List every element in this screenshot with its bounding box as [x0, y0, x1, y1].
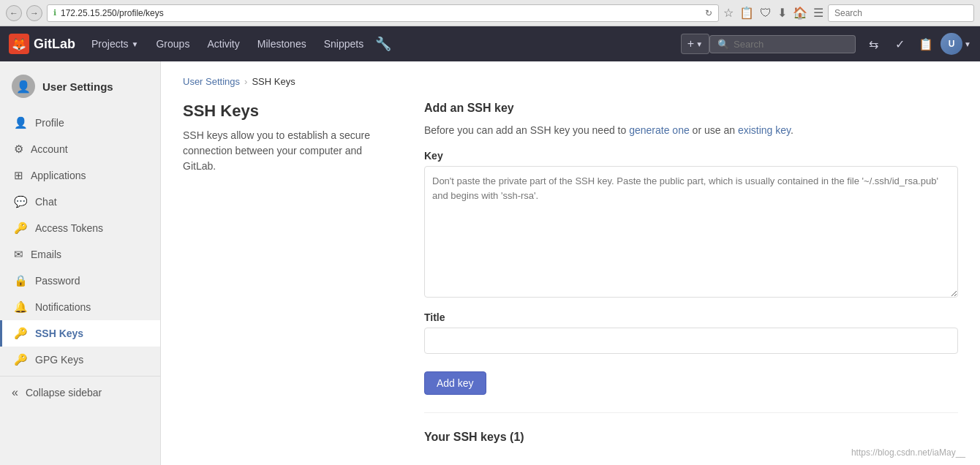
- content-area: User Settings › SSH Keys SSH Keys SSH ke…: [161, 61, 980, 465]
- gpg-keys-icon: 🔑: [14, 353, 28, 366]
- browser-icons: ☆ 📋 🛡 ⬇ 🏠 ☰: [723, 6, 823, 20]
- search-icon: 🔍: [717, 39, 729, 50]
- menu-icon[interactable]: ☰: [813, 6, 823, 20]
- access-tokens-icon: 🔑: [14, 222, 28, 235]
- nav-search-bar[interactable]: 🔍: [709, 35, 856, 53]
- collapse-label: Collapse sidebar: [26, 387, 102, 398]
- user-avatar[interactable]: U: [941, 33, 962, 55]
- main-container: 👤 User Settings 👤 Profile ⚙ Account ⊞ Ap…: [0, 61, 980, 465]
- title-input[interactable]: [424, 328, 958, 354]
- sidebar-item-ssh-keys[interactable]: 🔑 SSH Keys: [0, 320, 160, 347]
- breadcrumb-current: SSH Keys: [252, 76, 295, 87]
- page-description: SSH keys allow you to establish a secure…: [183, 128, 395, 174]
- chevron-down-icon: ▼: [696, 40, 703, 48]
- sidebar-item-password[interactable]: 🔒 Password: [0, 268, 160, 294]
- sidebar-item-gpg-keys[interactable]: 🔑 GPG Keys: [0, 347, 160, 373]
- password-icon: 🔒: [14, 274, 28, 287]
- url-text: 172.25.15.250/profile/keys: [61, 8, 164, 18]
- sidebar-gpg-keys-label: GPG Keys: [35, 354, 83, 366]
- sidebar-item-emails[interactable]: ✉ Emails: [0, 241, 160, 268]
- ssh-keys-icon: 🔑: [14, 327, 28, 340]
- section-divider: [424, 412, 958, 413]
- account-icon: ⚙: [14, 143, 23, 156]
- sidebar-header: 👤 User Settings: [0, 69, 160, 110]
- gitlab-logo-text: GitLab: [34, 37, 75, 52]
- issues-icon[interactable]: ✓: [888, 32, 911, 56]
- nav-plus-button[interactable]: + ▼: [681, 34, 709, 54]
- collapse-icon: «: [12, 386, 18, 399]
- applications-icon: ⊞: [14, 169, 23, 182]
- nav-activity[interactable]: Activity: [198, 26, 248, 61]
- sidebar-emails-label: Emails: [31, 249, 61, 260]
- bookmark-icon[interactable]: 📋: [739, 6, 754, 20]
- key-textarea[interactable]: [424, 166, 958, 298]
- todo-icon[interactable]: 📋: [914, 32, 938, 56]
- notifications-icon: 🔔: [14, 300, 28, 314]
- form-intro-text: Before you can add an SSH key you need t…: [424, 122, 958, 138]
- key-label: Key: [424, 150, 958, 162]
- breadcrumb-separator: ›: [244, 76, 247, 87]
- title-form-group: Title: [424, 311, 958, 354]
- nav-milestones[interactable]: Milestones: [249, 26, 315, 61]
- gitlab-logo[interactable]: 🦊 GitLab: [9, 34, 75, 54]
- sidebar-title: User Settings: [42, 80, 113, 93]
- your-keys-title: Your SSH keys (1): [424, 431, 958, 444]
- nav-icons: ⇆ ✓ 📋: [862, 32, 938, 56]
- add-key-button[interactable]: Add key: [424, 371, 486, 395]
- sidebar-item-applications[interactable]: ⊞ Applications: [0, 162, 160, 189]
- page-title: SSH Keys: [183, 102, 395, 121]
- watermark: https://blog.csdn.net/iaMay__: [851, 447, 965, 458]
- sidebar-applications-label: Applications: [31, 170, 86, 181]
- sidebar-profile-label: Profile: [35, 117, 64, 129]
- gitlab-fox-icon: 🦊: [9, 34, 29, 54]
- avatar-dropdown-arrow[interactable]: ▼: [964, 40, 971, 48]
- browser-search-input[interactable]: [828, 4, 974, 22]
- right-column: Add an SSH key Before you can add an SSH…: [424, 102, 958, 444]
- chat-icon: 💬: [14, 195, 28, 208]
- breadcrumb-parent[interactable]: User Settings: [183, 76, 240, 87]
- sidebar-item-access-tokens[interactable]: 🔑 Access Tokens: [0, 215, 160, 241]
- sidebar-ssh-keys-label: SSH Keys: [35, 328, 83, 339]
- sidebar-chat-label: Chat: [35, 196, 57, 208]
- existing-key-link[interactable]: existing key: [738, 124, 791, 136]
- reload-icon[interactable]: ↻: [705, 8, 712, 18]
- emails-icon: ✉: [14, 248, 23, 261]
- key-form-group: Key: [424, 150, 958, 300]
- chevron-down-icon: ▼: [132, 40, 139, 48]
- profile-icon: 👤: [14, 116, 28, 129]
- generate-one-link[interactable]: generate one: [629, 124, 690, 136]
- shield-icon[interactable]: 🛡: [760, 7, 772, 20]
- url-bar[interactable]: ℹ 172.25.15.250/profile/keys ↻: [47, 4, 719, 22]
- nav-search-input[interactable]: [734, 39, 848, 50]
- collapse-sidebar-button[interactable]: « Collapse sidebar: [0, 379, 160, 406]
- wrench-icon[interactable]: 🔧: [375, 36, 391, 52]
- nav-projects[interactable]: Projects ▼: [83, 26, 147, 61]
- sidebar-item-profile[interactable]: 👤 Profile: [0, 110, 160, 136]
- sidebar-user-icon: 👤: [12, 75, 35, 98]
- sidebar-item-account[interactable]: ⚙ Account: [0, 136, 160, 162]
- gitlab-navbar: 🦊 GitLab Projects ▼ Groups Activity Mile…: [0, 26, 980, 61]
- home-icon[interactable]: 🏠: [793, 6, 807, 20]
- sidebar-account-label: Account: [31, 143, 68, 155]
- sidebar: 👤 User Settings 👤 Profile ⚙ Account ⊞ Ap…: [0, 61, 161, 465]
- sidebar-access-tokens-label: Access Tokens: [35, 222, 103, 234]
- sidebar-divider: [0, 376, 160, 377]
- title-label: Title: [424, 311, 958, 323]
- breadcrumb: User Settings › SSH Keys: [183, 76, 958, 87]
- back-button[interactable]: ←: [6, 5, 22, 21]
- sidebar-item-chat[interactable]: 💬 Chat: [0, 189, 160, 215]
- nav-snippets[interactable]: Snippets: [315, 26, 372, 61]
- forward-button[interactable]: →: [26, 5, 42, 21]
- star-icon[interactable]: ☆: [723, 6, 734, 20]
- download-icon[interactable]: ⬇: [777, 6, 787, 20]
- form-section-title: Add an SSH key: [424, 102, 958, 115]
- merge-request-icon[interactable]: ⇆: [862, 32, 885, 56]
- browser-bar: ← → ℹ 172.25.15.250/profile/keys ↻ ☆ 📋 🛡…: [0, 0, 980, 26]
- sidebar-item-notifications[interactable]: 🔔 Notifications: [0, 294, 160, 320]
- nav-groups[interactable]: Groups: [147, 26, 198, 61]
- lock-icon: ℹ: [53, 8, 56, 18]
- sidebar-notifications-label: Notifications: [35, 301, 91, 313]
- sidebar-password-label: Password: [35, 275, 80, 287]
- left-column: SSH Keys SSH keys allow you to establish…: [183, 102, 395, 444]
- two-column-layout: SSH Keys SSH keys allow you to establish…: [183, 102, 958, 444]
